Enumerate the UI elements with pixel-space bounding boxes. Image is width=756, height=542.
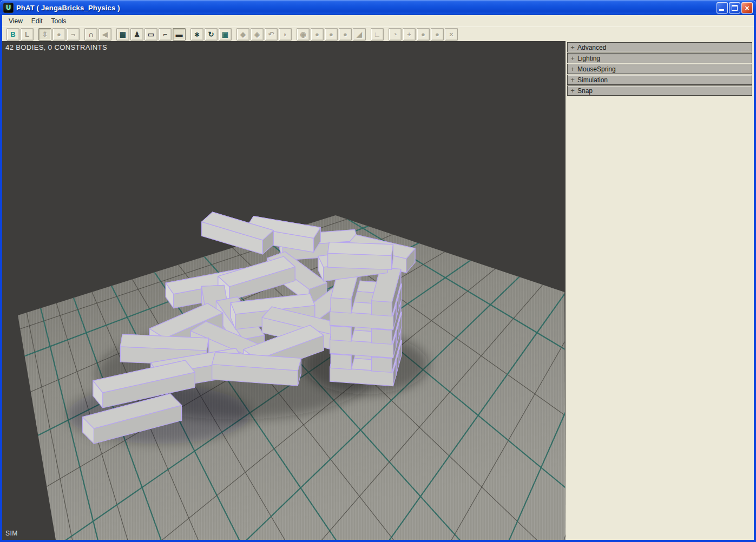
physics-scene xyxy=(2,41,566,540)
panel-section-snap[interactable]: +Snap xyxy=(567,85,752,96)
headphones-icon: ∩ xyxy=(88,31,93,38)
panel-section-simulation[interactable]: +Simulation xyxy=(567,75,752,85)
corner-blob-button[interactable]: ◢ xyxy=(353,28,366,41)
window-controls: × xyxy=(716,2,753,14)
menu-item-view[interactable]: View xyxy=(4,16,27,26)
toolbar-group-5: ∗↻▣ xyxy=(190,28,232,41)
frame-rectangle-icon: ▭ xyxy=(148,31,154,38)
circle-icon-4: ● xyxy=(343,31,347,38)
scale-widget-icon: ¬ xyxy=(71,31,75,38)
camera-icon: ◀ xyxy=(102,31,108,38)
minimize-button[interactable] xyxy=(716,2,728,14)
panel-section-label: Simulation xyxy=(577,76,608,84)
undo-button[interactable]: ↶ xyxy=(265,28,278,41)
bodies-constraints-status: 42 BODIES, 0 CONSTRAINTS xyxy=(5,43,107,51)
content-area: 42 BODIES, 0 CONSTRAINTS SIM +Advanced+L… xyxy=(2,41,754,540)
delete-icon: × xyxy=(449,31,453,38)
corner-angle-button[interactable]: ∟ xyxy=(371,28,384,41)
toolbar-group-3: ∩◀ xyxy=(84,28,111,41)
expand-plus-icon[interactable]: + xyxy=(568,87,577,94)
maximize-icon xyxy=(732,5,738,11)
bodies-toggle-icon: B xyxy=(10,31,15,38)
close-icon: × xyxy=(742,3,752,13)
constraints-toggle-icon: L xyxy=(25,31,29,38)
circle-button-5[interactable]: ● xyxy=(431,28,444,41)
add-icon: + xyxy=(407,31,411,38)
corner-blob-icon: ◢ xyxy=(357,31,362,38)
toolbar-group-6: ◆◈↶◗ xyxy=(236,28,292,41)
rotation-widget-button[interactable]: ● xyxy=(52,28,65,41)
toolbar-group-2: ⇕●¬ xyxy=(38,28,80,41)
elbow-connector-button[interactable]: ⌐ xyxy=(159,28,172,41)
recycle-rotate-icon: ↻ xyxy=(208,31,214,38)
window-title: PhAT ( JengaBricks_Physics ) xyxy=(16,4,120,12)
circle-icon-2: ● xyxy=(315,31,319,38)
horizontal-bar-button[interactable]: ▬ xyxy=(173,28,186,41)
star-button-2[interactable]: ◈ xyxy=(251,28,264,41)
circle-icon-5: ● xyxy=(435,31,439,38)
panel-section-label: MouseSpring xyxy=(577,65,616,73)
bodies-toggle-button[interactable]: B xyxy=(6,28,19,41)
expand-plus-icon[interactable]: + xyxy=(568,65,577,72)
circle-icon-3: ● xyxy=(329,31,333,38)
star-button-1[interactable]: ◆ xyxy=(236,28,249,41)
panel-section-advanced[interactable]: +Advanced xyxy=(567,42,752,52)
recycle-rotate-button[interactable]: ↻ xyxy=(205,28,218,41)
camera-button[interactable]: ◀ xyxy=(98,28,111,41)
delete-button[interactable]: × xyxy=(445,28,458,41)
maximize-button[interactable] xyxy=(729,2,740,14)
asterisk-icon: ∗ xyxy=(194,31,200,38)
panel-section-lighting[interactable]: +Lighting xyxy=(567,53,752,63)
circle-button-1[interactable]: ◉ xyxy=(297,28,310,41)
close-button[interactable]: × xyxy=(741,2,753,14)
viewport-display-icon: ▦ xyxy=(120,31,126,38)
star-icon-2: ◈ xyxy=(254,31,260,38)
expand-plus-icon[interactable]: + xyxy=(568,55,577,62)
expand-plus-icon[interactable]: + xyxy=(568,76,577,83)
blob-button[interactable]: ◗ xyxy=(279,28,292,41)
square-dot-button[interactable]: ▣ xyxy=(219,28,232,41)
headphones-button[interactable]: ∩ xyxy=(84,28,97,41)
corner-angle-icon: ∟ xyxy=(374,31,381,38)
toolbar-group-7: ◉●●●◢ xyxy=(297,28,366,41)
scale-widget-button[interactable]: ¬ xyxy=(67,28,80,41)
elbow-connector-icon: ⌐ xyxy=(163,31,167,38)
add-button[interactable]: + xyxy=(403,28,416,41)
dot-icon: ● xyxy=(421,31,425,38)
3d-viewport[interactable]: 42 BODIES, 0 CONSTRAINTS SIM xyxy=(2,41,566,540)
translation-widget-button[interactable]: ⇕ xyxy=(38,28,51,41)
viewport-display-button[interactable]: ▦ xyxy=(116,28,129,41)
toolbar: BL⇕●¬∩◀▦♟▭⌐▬∗↻▣◆◈↶◗◉●●●◢∟◔+●●× xyxy=(2,27,754,41)
person-icon: ♟ xyxy=(134,31,140,38)
circle-icon-1: ◉ xyxy=(300,31,306,38)
sim-status: SIM xyxy=(5,530,18,537)
toolbar-group-4: ▦♟▭⌐▬ xyxy=(116,28,186,41)
circle-button-2[interactable]: ● xyxy=(311,28,324,41)
minimize-icon xyxy=(719,9,724,11)
toolbar-group-1: BL xyxy=(6,28,34,41)
panel-section-label: Snap xyxy=(577,87,593,95)
panel-section-label: Lighting xyxy=(577,55,600,62)
frame-rectangle-button[interactable]: ▭ xyxy=(144,28,157,41)
unreal-logo-icon: U xyxy=(3,3,14,13)
constraints-toggle-button[interactable]: L xyxy=(21,28,34,41)
panel-section-label: Advanced xyxy=(577,44,606,51)
menu-item-edit[interactable]: Edit xyxy=(27,16,47,26)
sphere-button[interactable]: ◔ xyxy=(389,28,402,41)
person-button[interactable]: ♟ xyxy=(130,28,143,41)
toolbar-group-8: ∟ xyxy=(371,28,384,41)
rotation-widget-icon: ● xyxy=(57,31,61,38)
menu-item-tools[interactable]: Tools xyxy=(47,16,70,26)
square-dot-icon: ▣ xyxy=(222,31,228,38)
translation-widget-icon: ⇕ xyxy=(42,31,48,38)
properties-panel: +Advanced+Lighting+MouseSpring+Simulatio… xyxy=(566,41,754,540)
sphere-icon: ◔ xyxy=(393,31,397,38)
titlebar[interactable]: U PhAT ( JengaBricks_Physics ) × xyxy=(0,0,756,15)
circle-button-3[interactable]: ● xyxy=(325,28,338,41)
expand-plus-icon[interactable]: + xyxy=(568,44,577,51)
phat-window: U PhAT ( JengaBricks_Physics ) × ViewEdi… xyxy=(0,0,756,542)
panel-section-mousespring[interactable]: +MouseSpring xyxy=(567,64,752,74)
asterisk-button[interactable]: ∗ xyxy=(190,28,203,41)
circle-button-4[interactable]: ● xyxy=(339,28,352,41)
dot-button[interactable]: ● xyxy=(417,28,430,41)
